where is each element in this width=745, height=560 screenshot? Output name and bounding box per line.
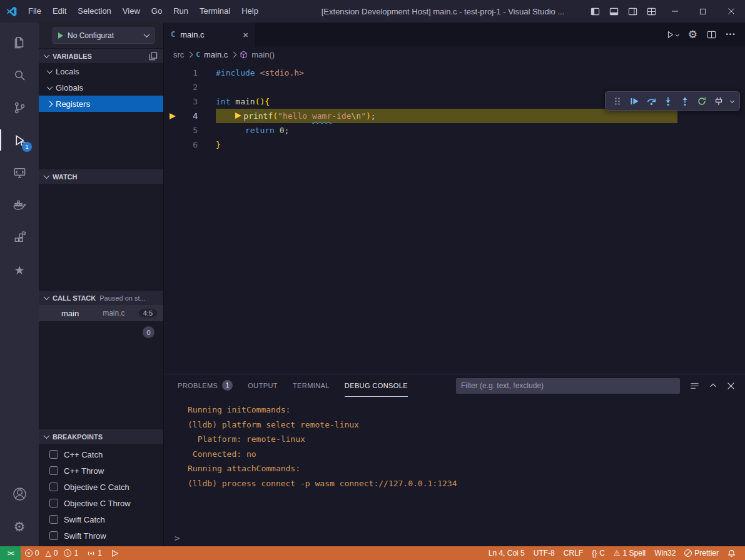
remote-explorer-icon [13, 166, 27, 180]
toggle-sidebar-icon[interactable] [585, 0, 604, 22]
close-tab-icon[interactable]: × [243, 30, 248, 39]
disconnect-icon[interactable] [712, 96, 725, 106]
cursor-position[interactable]: Ln 4, Col 5 [484, 546, 529, 560]
code-line[interactable]: 5 return 0; [164, 123, 745, 138]
variables-item-registers[interactable]: Registers [39, 96, 163, 112]
settings-gear-icon[interactable]: ⚙ [688, 29, 697, 40]
code-line[interactable]: 1#include <stdio.h> [164, 66, 745, 80]
continue-icon[interactable] [628, 96, 641, 106]
activity-accounts[interactable] [0, 478, 39, 510]
breakpoint-item[interactable]: Objective C Catch [39, 479, 163, 495]
code-line[interactable]: 6} [164, 138, 745, 152]
platform-indicator[interactable]: Win32 [650, 546, 680, 560]
breakpoint-checkbox[interactable] [49, 531, 58, 540]
debug-config-dropdown[interactable]: No Configurat [53, 28, 155, 44]
breakpoint-checkbox[interactable] [49, 450, 58, 459]
spell-checker-status[interactable]: ⚠ 1 Spell [609, 546, 650, 560]
drag-handle-icon[interactable] [611, 97, 624, 106]
maximize-button[interactable] [689, 0, 717, 22]
language-indicator[interactable]: {} C [587, 546, 609, 560]
step-over-icon[interactable] [645, 96, 657, 106]
activity-favorites[interactable]: ★ [0, 254, 39, 286]
breadcrumb-src[interactable]: src [173, 50, 184, 59]
breakpoint-checkbox[interactable] [49, 499, 58, 508]
tab-debug-console[interactable]: DEBUG CONSOLE [345, 374, 408, 397]
activity-source-control[interactable] [0, 91, 39, 124]
c-file-icon: C [171, 30, 175, 39]
breadcrumb-symbol[interactable]: main() [251, 50, 275, 59]
run-or-debug-button[interactable] [666, 29, 679, 40]
step-out-icon[interactable] [679, 96, 691, 106]
menu-file[interactable]: File [23, 3, 47, 19]
breakpoint-item[interactable]: Objective C Throw [39, 495, 163, 511]
console-filter-input[interactable] [456, 378, 680, 394]
activity-settings[interactable]: ⚙ [0, 510, 39, 542]
activity-search[interactable] [0, 59, 39, 91]
activity-explorer[interactable] [0, 26, 39, 59]
breakpoint-checkbox[interactable] [49, 515, 58, 524]
tab-problems[interactable]: PROBLEMS 1 [178, 374, 233, 397]
tab-output[interactable]: OUTPUT [248, 374, 278, 397]
code-editor[interactable]: 1#include <stdio.h>23int main(){4 printf… [164, 62, 745, 374]
callstack-body: main main.c 4:5 0 [39, 305, 163, 429]
breakpoint-item[interactable]: C++ Throw [39, 462, 163, 479]
menu-edit[interactable]: Edit [47, 3, 72, 19]
menu-go[interactable]: Go [146, 3, 168, 19]
chevron-down-icon[interactable] [730, 99, 734, 103]
menu-terminal[interactable]: Terminal [194, 3, 236, 19]
problems-status[interactable]: × 0 △ 0 i 1 [21, 546, 83, 560]
tab-terminal[interactable]: TERMINAL [293, 374, 330, 397]
ports-status[interactable]: 1 [83, 546, 106, 560]
toggle-panel-icon[interactable] [604, 0, 623, 22]
more-actions-icon[interactable]: ··· [726, 29, 736, 40]
code-token: } [216, 140, 221, 149]
encoding-indicator[interactable]: UTF-8 [529, 546, 559, 560]
toggle-secondary-sidebar-icon[interactable] [623, 0, 642, 22]
split-editor-icon[interactable] [707, 30, 716, 39]
activity-remote-explorer[interactable] [0, 156, 39, 189]
variables-section-header[interactable]: VARIABLES [39, 48, 163, 63]
code-line[interactable]: 4 printf("hello wamr-ide\n"); [164, 109, 745, 123]
menu-view[interactable]: View [117, 3, 146, 19]
variables-item-globals[interactable]: Globals [39, 79, 163, 96]
debug-console-input[interactable]: > [164, 530, 745, 546]
breakpoint-item[interactable]: Swift Throw [39, 528, 163, 544]
debug-status[interactable] [106, 546, 123, 560]
breakpoint-item[interactable]: C++ Catch [39, 446, 163, 462]
breakpoint-item[interactable]: Swift Catch [39, 511, 163, 528]
menu-run[interactable]: Run [168, 3, 194, 19]
callstack-section-header[interactable]: CALL STACK Paused on st... [39, 290, 163, 305]
formatter-status[interactable]: Prettier [680, 546, 723, 560]
breakpoint-checkbox[interactable] [49, 482, 58, 491]
step-into-icon[interactable] [662, 96, 674, 106]
activity-run-and-debug[interactable]: 1 [0, 124, 39, 156]
customize-layout-icon[interactable] [642, 0, 661, 22]
activity-docker[interactable] [0, 189, 39, 221]
watch-section-header[interactable]: WATCH [39, 169, 163, 184]
menu-help[interactable]: Help [236, 3, 264, 19]
restart-icon[interactable] [696, 96, 708, 106]
notifications-status[interactable] [723, 546, 740, 560]
variables-item-locals[interactable]: Locals [39, 63, 163, 79]
tab-main-c[interactable]: C main.c × [164, 22, 255, 46]
activity-extensions[interactable] [0, 221, 39, 254]
close-window-button[interactable] [717, 0, 745, 22]
stack-frame-row[interactable]: main main.c 4:5 [39, 305, 163, 321]
breakpoints-section-header[interactable]: BREAKPOINTS [39, 429, 163, 444]
start-debug-icon[interactable] [58, 32, 63, 39]
minimize-button[interactable] [661, 0, 689, 22]
warning-icon: △ [46, 549, 51, 558]
current-instruction-pointer[interactable] [164, 113, 181, 119]
maximize-panel-icon[interactable] [709, 381, 717, 390]
line-number: 2 [181, 82, 198, 92]
remote-indicator[interactable]: >< [0, 546, 21, 560]
output-settings-icon[interactable] [690, 381, 699, 391]
variables-item-label: Globals [56, 83, 83, 92]
problems-badge: 1 [222, 380, 233, 391]
collapse-all-icon[interactable] [149, 52, 158, 61]
breadcrumb-file[interactable]: main.c [204, 50, 228, 59]
eol-indicator[interactable]: CRLF [559, 546, 587, 560]
menu-selection[interactable]: Selection [72, 3, 116, 19]
breakpoint-checkbox[interactable] [49, 466, 58, 475]
close-panel-icon[interactable] [727, 382, 735, 390]
